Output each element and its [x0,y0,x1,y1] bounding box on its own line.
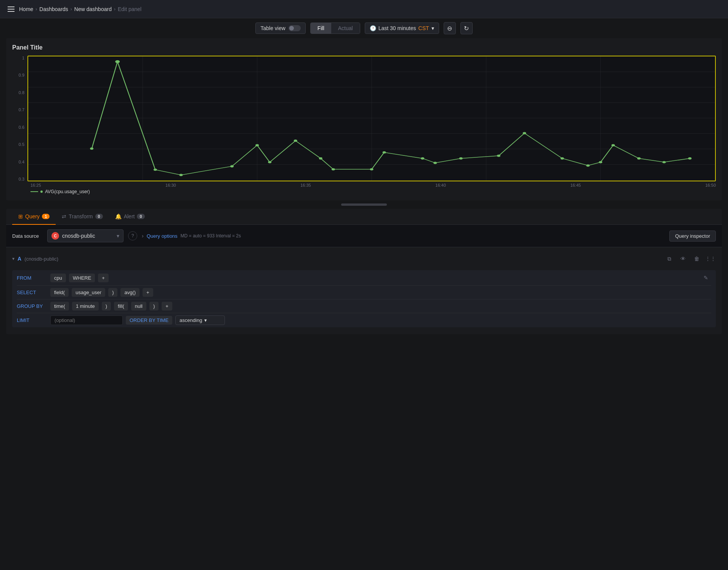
refresh-button[interactable]: ↻ [460,22,473,34]
tab-query[interactable]: ⊞ Query 1 [12,209,56,225]
from-label: FROM [17,275,47,281]
svg-point-31 [561,157,564,160]
datasource-logo: C [51,232,59,240]
preview-toolbar: Table view Fill Actual 🕐 Last 30 minutes… [0,18,728,38]
svg-point-26 [421,157,424,160]
select-row: SELECT field( usage_user ) avg() + [17,285,711,299]
tabs-row: ⊞ Query 1 ⇄ Transform 0 🔔 Alert 0 [6,209,722,225]
svg-point-17 [179,174,183,176]
where-keyword-chip[interactable]: WHERE [69,274,95,282]
groupby-label: GROUP BY [17,303,47,309]
svg-point-29 [497,155,500,157]
tab-transform-label: Transform [69,213,93,219]
field-open-chip[interactable]: field( [50,288,69,297]
limit-input[interactable] [50,315,123,325]
query-rows-wrapper: FROM cpu WHERE + ✎ SELECT field( usage_u… [12,270,716,327]
fill-val-chip[interactable]: null [131,302,146,311]
svg-point-22 [319,157,322,160]
groupby-add-button[interactable]: + [162,302,172,311]
query-inspector-button[interactable]: Query inspector [669,231,716,242]
svg-point-37 [688,157,691,160]
from-table-chip[interactable]: cpu [50,274,66,282]
duplicate-query-button[interactable]: ⧉ [664,253,675,264]
legend-dot [40,191,43,193]
breadcrumb: Home › Dashboards › New dashboard › Edit… [19,6,141,12]
panel-title: Panel Title [12,44,716,51]
svg-point-19 [255,144,259,146]
tab-alert-label: Alert [124,213,135,219]
transform-icon: ⇄ [62,213,66,219]
clock-icon: 🕐 [370,25,376,31]
hamburger-menu[interactable] [6,5,16,13]
svg-point-23 [332,168,335,170]
query-options-chevron-icon[interactable]: › [142,233,144,239]
query-header: ▾ A (cnosdb-public) ⧉ 👁 🗑 ⋮⋮ [12,253,716,264]
refresh-icon: ↻ [464,25,469,32]
query-builder: ▾ A (cnosdb-public) ⧉ 👁 🗑 ⋮⋮ FROM cpu WH… [6,247,722,334]
x-axis: 16:25 16:30 16:35 16:40 16:45 16:50 [12,181,716,187]
delete-query-button[interactable]: 🗑 [691,253,702,264]
select-label: SELECT [17,290,47,295]
breadcrumb-current: Edit panel [118,6,141,12]
table-view-toggle[interactable]: Table view [255,22,305,34]
database-icon: ⊞ [18,213,23,219]
time-range-picker[interactable]: 🕐 Last 30 minutes CST ▾ [365,22,439,34]
query-options-label[interactable]: Query options [147,233,178,239]
collapse-button[interactable]: ▾ [12,256,14,261]
fill-open-chip[interactable]: fill( [114,302,128,311]
query-options-meta: MD = auto = 933 Interval = 2s [181,233,241,239]
time-close-chip[interactable]: ) [102,302,111,311]
y-axis: 1 0.9 0.8 0.7 0.6 0.5 0.4 0.3 [12,56,27,181]
query-actions: ⧉ 👁 🗑 ⋮⋮ [664,253,716,264]
help-button[interactable]: ? [128,231,137,240]
table-view-switch[interactable] [289,25,301,31]
where-add-button[interactable]: + [98,274,109,282]
zoom-out-button[interactable]: ⊖ [444,22,456,34]
avg-func-chip[interactable]: avg() [120,288,140,297]
scroll-handle[interactable] [0,200,728,209]
datasource-select[interactable]: C cnosdb-public ▾ [47,229,123,242]
order-select[interactable]: ascending ▾ [175,315,225,325]
chart-svg [27,56,716,181]
svg-point-15 [115,60,120,63]
actual-button[interactable]: Actual [331,23,360,34]
fill-button[interactable]: Fill [311,23,331,34]
breadcrumb-home[interactable]: Home [19,6,33,12]
time-open-chip[interactable]: time( [50,302,69,311]
tab-transform[interactable]: ⇄ Transform 0 [56,209,109,225]
chevron-down-icon: ▾ [431,25,434,31]
toggle-knob [289,26,294,30]
svg-point-27 [433,162,437,164]
fill-close-chip[interactable]: ) [149,302,159,311]
tab-transform-badge: 0 [95,214,103,219]
svg-point-14 [90,147,93,150]
legend-line [30,191,38,192]
topbar: Home › Dashboards › New dashboard › Edit… [0,0,728,18]
svg-point-25 [383,151,386,154]
svg-point-33 [599,161,602,163]
datasource-name: cnosdb-public [62,233,114,239]
datasource-row: Data source C cnosdb-public ▾ ? › Query … [6,225,722,247]
fill-actual-switcher: Fill Actual [310,22,360,34]
query-options-row: › Query options MD = auto = 933 Interval… [142,231,716,242]
groupby-row: GROUP BY time( 1 minute ) fill( null ) + [17,299,711,313]
order-value: ascending [180,317,202,323]
chart-container: Panel Title 1 0.9 0.8 0.7 0.6 0.5 0.4 0.… [6,38,722,200]
scroll-bar[interactable] [341,203,387,206]
svg-point-24 [370,168,373,170]
chart-legend: AVG(cpu.usage_user) [12,189,716,194]
select-chevron-icon: ▾ [117,233,119,239]
from-edit-button[interactable]: ✎ [701,272,711,283]
hide-query-button[interactable]: 👁 [678,253,688,264]
timezone-label: CST [419,25,429,31]
time-val-chip[interactable]: 1 minute [72,302,99,311]
breadcrumb-dashboards[interactable]: Dashboards [39,6,68,12]
query-letter: A [18,256,21,262]
select-add-button[interactable]: + [143,288,153,297]
breadcrumb-new-dashboard[interactable]: New dashboard [74,6,112,12]
drag-handle[interactable]: ⋮⋮ [705,253,716,264]
tab-alert[interactable]: 🔔 Alert 0 [109,209,151,225]
field-name-chip[interactable]: usage_user [72,288,105,297]
field-close-chip[interactable]: ) [108,288,117,297]
svg-point-16 [154,168,157,171]
